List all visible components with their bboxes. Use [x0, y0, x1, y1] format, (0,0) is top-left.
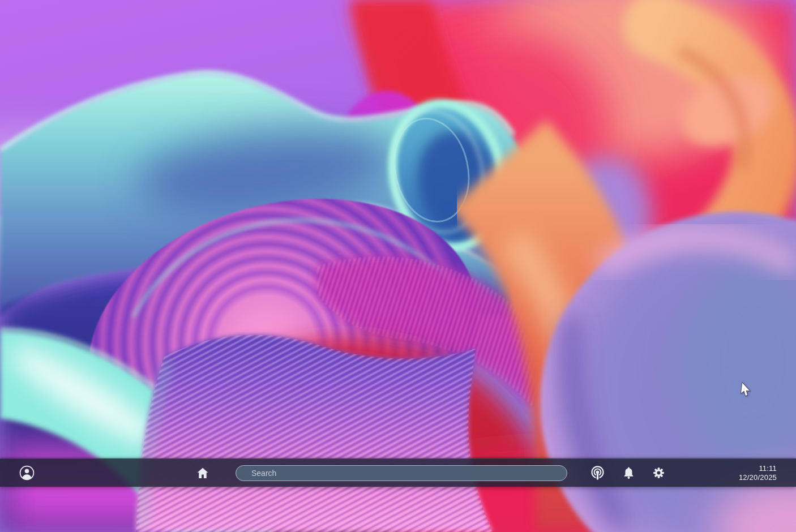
user-avatar-button[interactable] [19, 465, 35, 480]
search-input[interactable] [236, 465, 567, 481]
clock[interactable]: 11:11 12/20/2025 [739, 464, 777, 482]
user-avatar-icon [19, 465, 35, 480]
mouse-cursor [741, 381, 754, 397]
home-icon [196, 466, 209, 480]
taskbar: 11:11 12/20/2025 [0, 458, 796, 487]
clock-date: 12/20/2025 [739, 473, 777, 483]
desktop: 11:11 12/20/2025 [0, 0, 796, 532]
podcast-icon [590, 465, 605, 480]
home-button[interactable] [196, 466, 209, 480]
gear-icon [652, 466, 666, 480]
bell-icon [622, 466, 636, 480]
wallpaper [0, 0, 796, 532]
notifications-button[interactable] [622, 466, 636, 480]
settings-button[interactable] [652, 466, 666, 480]
clock-time: 11:11 [739, 464, 777, 473]
podcast-button[interactable] [590, 465, 605, 480]
